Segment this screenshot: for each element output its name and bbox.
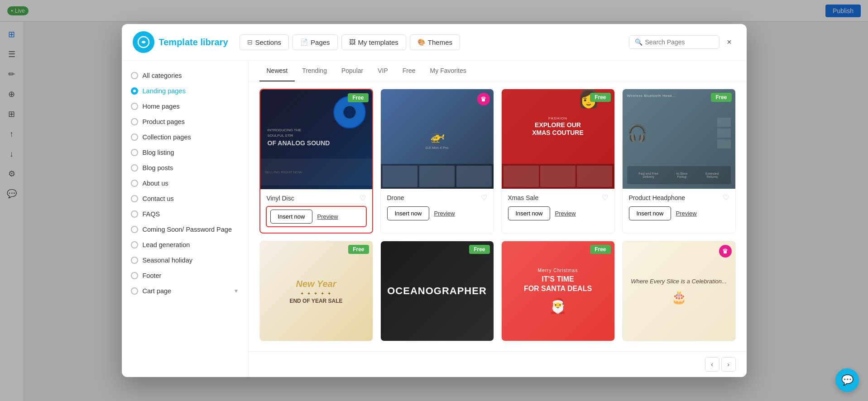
next-page-button[interactable]: › — [721, 357, 736, 372]
category-contact[interactable]: Contact us — [122, 191, 248, 206]
logo-icon — [133, 31, 154, 53]
template-grid: INTRODUCING THESOULFUL STIROF ANALOG SOU… — [259, 89, 736, 341]
card-actions-drone: Insert now Preview — [387, 206, 487, 220]
pages-icon: 📄 — [300, 38, 308, 46]
preview-xmas[interactable]: Preview — [555, 210, 575, 217]
radio-all — [131, 72, 138, 79]
category-collection[interactable]: Collection pages — [122, 129, 248, 145]
card-name-headphone: Product Headphone — [629, 194, 686, 201]
radio-home — [131, 103, 138, 110]
heart-icon-xmas[interactable]: ♡ — [602, 193, 608, 202]
card-name-row-headphone: Product Headphone ♡ — [629, 193, 729, 202]
insert-now-vinyl[interactable]: Insert now — [270, 210, 313, 224]
radio-blog-posts — [131, 164, 138, 172]
radio-product — [131, 118, 138, 125]
themes-icon: 🎨 — [417, 38, 425, 46]
preview-headphone[interactable]: Preview — [676, 210, 696, 217]
template-library-modal: Template library ⊟ Sections 📄 Pages 🖼 My… — [122, 24, 747, 377]
card-badge-ocean: Free — [469, 245, 489, 254]
category-blog-listing[interactable]: Blog listing — [122, 145, 248, 160]
card-image-cake: Where Every Slice is a Celebration... 🎂 … — [623, 241, 735, 341]
card-image-ocean: OCEANOGRAPHER Free — [381, 241, 494, 341]
template-card-newyear[interactable]: New Year ✦ ✦ ✦ ✦ ✦ END OF YEAR SALE Free — [259, 241, 373, 341]
card-image-headphone: Wireless Bluetooth Head... 🎧 — [623, 89, 735, 189]
card-image-drone: 🚁 DJI Mini 4 Pro ♛ — [381, 89, 494, 189]
category-seasonal[interactable]: Seasonal holiday — [122, 253, 248, 268]
heart-icon-headphone[interactable]: ♡ — [723, 193, 729, 202]
category-lead-gen[interactable]: Lead generation — [122, 237, 248, 253]
category-home[interactable]: Home pages — [122, 99, 248, 114]
filter-tab-vip[interactable]: VIP — [370, 61, 395, 81]
template-card-drone[interactable]: 🚁 DJI Mini 4 Pro ♛ — [380, 89, 494, 234]
my-templates-icon: 🖼 — [349, 38, 355, 46]
category-blog-posts[interactable]: Blog posts — [122, 160, 248, 176]
filter-tab-favorites[interactable]: My Favorites — [423, 61, 474, 81]
preview-vinyl[interactable]: Preview — [317, 213, 338, 220]
category-all[interactable]: All categories — [122, 68, 248, 83]
radio-cart — [131, 287, 138, 295]
bottom-bar: ‹ › — [249, 351, 747, 377]
nav-tab-sections[interactable]: ⊟ Sections — [240, 34, 289, 50]
category-about[interactable]: About us — [122, 176, 248, 191]
nav-tab-pages[interactable]: 📄 Pages — [293, 34, 338, 50]
card-image-newyear: New Year ✦ ✦ ✦ ✦ ✦ END OF YEAR SALE Free — [260, 241, 373, 341]
card-badge-xmas: Free — [590, 93, 610, 102]
card-name-row-xmas: Xmas Sale ♡ — [508, 193, 608, 202]
template-grid-wrapper: INTRODUCING THESOULFUL STIROF ANALOG SOU… — [249, 81, 747, 351]
chat-bubble[interactable]: 💬 — [835, 368, 859, 392]
card-badge-newyear: Free — [348, 245, 369, 254]
card-actions-xmas: Insert now Preview — [508, 206, 608, 220]
filter-tab-trending[interactable]: Trending — [295, 61, 334, 81]
category-product[interactable]: Product pages — [122, 114, 248, 129]
search-icon: 🔍 — [635, 38, 643, 46]
template-card-xmas[interactable]: FASHION EXPLORE OURXMAS COUTURE 👩 — [501, 89, 615, 234]
card-footer-vinyl: Vinyl Disc ♡ Insert now Preview — [260, 189, 372, 233]
preview-drone[interactable]: Preview — [434, 210, 455, 217]
nav-tab-my-templates[interactable]: 🖼 My templates — [341, 34, 406, 50]
modal-title: Template library — [159, 37, 228, 48]
filter-tab-popular[interactable]: Popular — [334, 61, 370, 81]
template-card-vinyl[interactable]: INTRODUCING THESOULFUL STIROF ANALOG SOU… — [259, 89, 373, 234]
category-cart[interactable]: Cart page ▼ — [122, 283, 248, 299]
prev-page-button[interactable]: ‹ — [705, 357, 719, 372]
template-card-headphone[interactable]: Wireless Bluetooth Head... 🎧 — [622, 89, 736, 234]
category-footer[interactable]: Footer — [122, 268, 248, 283]
insert-now-drone[interactable]: Insert now — [387, 206, 430, 220]
category-coming-soon[interactable]: Coming Soon/ Password Page — [122, 222, 248, 237]
card-name-vinyl: Vinyl Disc — [267, 195, 294, 202]
radio-seasonal — [131, 257, 138, 264]
card-footer-drone: Drone ♡ Insert now Preview — [381, 189, 494, 227]
close-button[interactable]: × — [723, 36, 736, 48]
card-image-santa: Merry Christmas IT'S TIMEFOR SANTA DEALS… — [502, 241, 614, 341]
filter-tab-free[interactable]: Free — [395, 61, 423, 81]
heart-icon-drone[interactable]: ♡ — [481, 193, 487, 202]
right-content: Newest Trending Popular VIP Free My Favo… — [249, 61, 747, 377]
heart-icon-vinyl[interactable]: ♡ — [360, 194, 366, 202]
radio-lead-gen — [131, 241, 138, 248]
card-badge-headphone: Free — [711, 93, 731, 102]
template-card-ocean[interactable]: OCEANOGRAPHER Free — [380, 241, 494, 341]
radio-coming-soon — [131, 226, 138, 233]
sections-icon: ⊟ — [247, 38, 253, 46]
search-input[interactable] — [645, 38, 714, 46]
pagination-btns: ‹ › — [705, 357, 736, 372]
radio-contact — [131, 195, 138, 202]
nav-tabs-top: ⊟ Sections 📄 Pages 🖼 My templates 🎨 Them… — [240, 34, 622, 50]
logo-area: Template library — [133, 31, 232, 53]
insert-now-headphone[interactable]: Insert now — [629, 206, 671, 220]
nav-tab-themes[interactable]: 🎨 Themes — [410, 34, 460, 50]
categories-panel: All categories Landing pages Home pages … — [122, 61, 249, 377]
category-faqs[interactable]: FAQS — [122, 206, 248, 222]
insert-now-xmas[interactable]: Insert now — [508, 206, 551, 220]
card-actions-headphone: Insert now Preview — [629, 206, 729, 220]
card-name-row-drone: Drone ♡ — [387, 193, 487, 202]
template-card-santa[interactable]: Merry Christmas IT'S TIMEFOR SANTA DEALS… — [501, 241, 615, 341]
card-name-xmas: Xmas Sale — [508, 194, 539, 201]
filter-tab-newest[interactable]: Newest — [259, 61, 295, 81]
template-card-cake[interactable]: Where Every Slice is a Celebration... 🎂 … — [622, 241, 736, 341]
card-footer-headphone: Product Headphone ♡ Insert now Preview — [623, 189, 735, 227]
card-actions-vinyl: Insert now Preview — [266, 206, 367, 227]
category-landing[interactable]: Landing pages — [122, 83, 248, 99]
filter-tabs: Newest Trending Popular VIP Free My Favo… — [249, 61, 747, 81]
card-badge-drone: ♛ — [477, 93, 490, 105]
